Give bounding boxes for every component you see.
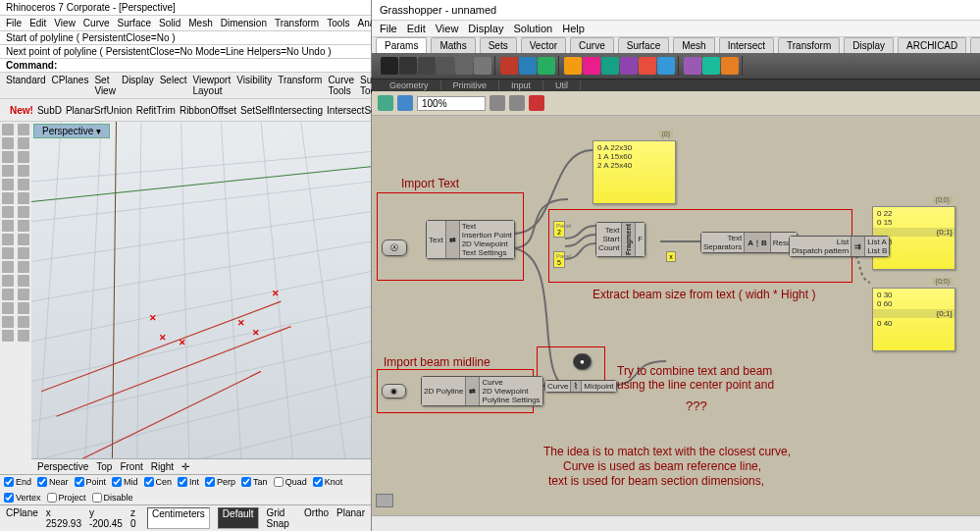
save-icon[interactable] — [397, 95, 413, 111]
tool-icon[interactable] — [18, 165, 29, 177]
tool-icon[interactable] — [18, 220, 29, 232]
gh-tab-transform[interactable]: Transform — [778, 37, 840, 53]
gh-titlebar[interactable]: Grasshopper - unnamed — ☐ ✕ — [372, 0, 980, 21]
tool-icon[interactable] — [2, 316, 14, 328]
tool-icon[interactable] — [2, 234, 14, 245]
mdslider-icon[interactable] — [376, 494, 393, 507]
vp-tab-right[interactable]: Right — [151, 461, 174, 472]
tool-icon[interactable] — [2, 165, 14, 177]
btn-planarunion[interactable]: PlanarSrfUnion — [66, 105, 132, 116]
rib-icon[interactable] — [620, 57, 638, 75]
menu-dimension[interactable]: Dimension — [221, 18, 267, 28]
gh-menu-help[interactable]: Help — [562, 23, 585, 34]
tab-display[interactable]: Display — [122, 75, 154, 96]
rib-icon[interactable] — [455, 57, 473, 75]
tool-icon[interactable] — [18, 234, 29, 245]
rib-icon[interactable] — [399, 57, 417, 75]
tab-cplanes[interactable]: CPlanes — [52, 75, 89, 96]
tool-icon[interactable] — [18, 124, 29, 135]
tool-icon[interactable] — [2, 206, 14, 218]
param-archicad-a[interactable]: Ⓐ — [382, 239, 407, 256]
left-toolbar-2[interactable] — [16, 122, 31, 474]
menu-edit[interactable]: Edit — [29, 18, 46, 28]
tab-visibility[interactable]: Visibility — [236, 75, 272, 96]
gh-tab-mesh[interactable]: Mesh — [673, 37, 714, 53]
tool-icon[interactable] — [2, 192, 14, 204]
osnap-disable[interactable]: Disable — [92, 493, 133, 503]
gh-tab-sets[interactable]: Sets — [480, 37, 517, 53]
rib-icon[interactable] — [721, 57, 739, 75]
osnap-perp[interactable]: Perp — [205, 477, 235, 487]
vp-tab-perspective[interactable]: Perspective — [37, 461, 88, 472]
gh-menu-display[interactable]: Display — [468, 23, 503, 34]
tab-standard[interactable]: Standard — [6, 75, 46, 96]
gh-tab-display[interactable]: Display — [844, 37, 894, 53]
rib-icon[interactable] — [500, 57, 518, 75]
component-curve-midpoint[interactable]: Curve ⌇ Midpoint — [544, 380, 617, 393]
rib-icon[interactable] — [564, 57, 582, 75]
tool-icon[interactable] — [2, 179, 14, 190]
open-icon[interactable] — [378, 95, 393, 111]
tool-icon[interactable] — [18, 302, 29, 314]
tool-icon[interactable] — [2, 275, 14, 287]
gh-ribbon[interactable] — [372, 53, 980, 80]
osnap-mid[interactable]: Mid — [112, 477, 138, 487]
rib-icon[interactable] — [657, 57, 675, 75]
tool-icon[interactable] — [18, 316, 29, 328]
param-archicad-poly[interactable]: ◉ — [382, 384, 406, 398]
gh-component-tabs[interactable]: Params Maths Sets Vector Curve Surface M… — [372, 37, 980, 53]
zoom-extents-icon[interactable] — [490, 95, 505, 111]
menu-file[interactable]: File — [6, 18, 22, 28]
btn-new[interactable]: New! — [10, 105, 33, 116]
vp-tab-add[interactable]: ✛ — [181, 461, 189, 472]
tab-select[interactable]: Select — [160, 75, 187, 96]
sketch-icon[interactable] — [529, 95, 544, 111]
command-prompt[interactable]: Command: — [0, 59, 371, 73]
rhino-menubar[interactable]: File Edit View Curve Surface Solid Mesh … — [0, 16, 371, 31]
tool-icon[interactable] — [2, 302, 14, 314]
gh-menu-edit[interactable]: Edit — [407, 23, 426, 34]
left-toolbar[interactable] — [0, 122, 16, 474]
tool-icon[interactable] — [2, 151, 14, 163]
tool-icon[interactable] — [18, 206, 29, 218]
gh-canvas-toolbar[interactable] — [372, 91, 980, 116]
osnap-bar[interactable]: End Near Point Mid Cen Int Perp Tan Quad… — [0, 474, 371, 504]
gh-tab-archicad[interactable]: ARCHICAD — [898, 37, 966, 53]
rib-icon[interactable] — [437, 57, 454, 75]
menu-view[interactable]: View — [54, 18, 76, 28]
status-planar[interactable]: Planar — [336, 507, 365, 529]
rib-icon[interactable] — [639, 57, 656, 75]
osnap-quad[interactable]: Quad — [274, 477, 307, 487]
viewport-tabs[interactable]: Perspective Top Front Right ✛ — [31, 458, 371, 474]
gh-tab-vector[interactable]: Vector — [521, 37, 566, 53]
tab-vplayout[interactable]: Viewport Layout — [193, 75, 232, 96]
rib-icon[interactable] — [684, 57, 701, 75]
osnap-tan[interactable]: Tan — [241, 477, 268, 487]
osnap-end[interactable]: End — [4, 477, 31, 487]
component-text-import[interactable]: Text ⇄ Text Insertion Point 2D Viewpoint… — [426, 220, 515, 259]
tab-curvetools[interactable]: Curve Tools — [328, 75, 354, 96]
osnap-cen[interactable]: Cen — [144, 477, 173, 487]
tool-icon[interactable] — [18, 179, 29, 190]
status-units[interactable]: Centimeters — [147, 507, 210, 529]
status-gridsnap[interactable]: Grid Snap — [267, 507, 297, 529]
component-dispatch[interactable]: List Dispatch pattern ⇉ List A List B — [789, 236, 890, 257]
gh-canvas[interactable]: Import Text Import beam midline Extract … — [372, 116, 980, 515]
gh-menu-file[interactable]: File — [380, 23, 397, 34]
rib-icon[interactable] — [418, 57, 436, 75]
osnap-knot[interactable]: Knot — [313, 477, 343, 487]
rib-icon[interactable] — [601, 57, 619, 75]
tool-icon[interactable] — [18, 151, 29, 163]
tool-icon[interactable] — [18, 330, 29, 342]
rhino-toolbar[interactable]: New! SubD PlanarSrfUnion RefitTrim Ribbo… — [0, 99, 371, 122]
menu-curve[interactable]: Curve — [83, 18, 110, 28]
tab-transform[interactable]: Transform — [278, 75, 322, 96]
gh-tab-maths[interactable]: Maths — [431, 37, 475, 53]
tool-icon[interactable] — [18, 261, 29, 273]
btn-selfint[interactable]: SetSelfIntersecting — [240, 105, 323, 116]
tool-icon[interactable] — [2, 137, 14, 149]
gh-menu-solution[interactable]: Solution — [513, 23, 552, 34]
gh-tab-surface[interactable]: Surface — [618, 37, 669, 53]
tool-icon[interactable] — [2, 220, 14, 232]
menu-mesh[interactable]: Mesh — [188, 18, 212, 28]
